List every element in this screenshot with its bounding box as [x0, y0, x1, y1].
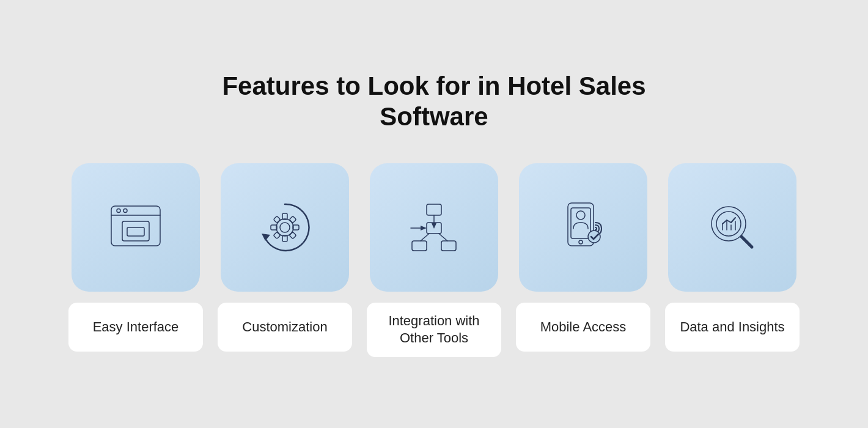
easy-interface-label-box: Easy Interface: [68, 303, 203, 352]
easy-interface-icon-box: [72, 163, 200, 292]
svg-line-21: [421, 234, 429, 241]
svg-line-38: [741, 237, 752, 247]
customization-icon-box: [221, 163, 349, 292]
mobile-access-label-box: Mobile Access: [516, 303, 650, 352]
browser-icon: [105, 197, 166, 258]
network-icon: [403, 197, 465, 258]
page-title: Features to Look for in Hotel Sales Soft…: [220, 71, 648, 133]
mobile-icon: [553, 197, 614, 258]
feature-card-integration: Integration with Other Tools: [367, 163, 501, 357]
svg-rect-13: [273, 216, 280, 223]
feature-card-easy-interface: Easy Interface: [68, 163, 203, 352]
mobile-access-icon-box: [519, 163, 647, 292]
data-insights-label-box: Data and Insights: [665, 303, 800, 352]
mobile-access-label: Mobile Access: [540, 319, 627, 336]
svg-point-2: [117, 208, 120, 212]
svg-rect-5: [127, 227, 144, 236]
svg-marker-26: [421, 226, 427, 231]
svg-rect-16: [289, 232, 296, 238]
svg-point-31: [588, 231, 600, 243]
integration-label: Integration with Other Tools: [379, 312, 489, 347]
feature-card-mobile-access: Mobile Access: [516, 163, 650, 352]
feature-card-data-insights: Data and Insights: [665, 163, 800, 352]
svg-rect-4: [122, 221, 149, 241]
svg-point-8: [280, 223, 290, 232]
svg-rect-23: [412, 241, 427, 251]
svg-line-22: [439, 234, 447, 241]
analytics-icon: [702, 197, 763, 258]
integration-label-box: Integration with Other Tools: [367, 303, 501, 357]
customization-label-box: Customization: [218, 303, 352, 352]
easy-interface-label: Easy Interface: [93, 319, 179, 336]
svg-rect-15: [273, 232, 280, 238]
svg-point-30: [576, 211, 585, 220]
gear-cycle-icon: [254, 197, 315, 258]
data-insights-icon-box: [668, 163, 796, 292]
data-insights-label: Data and Insights: [680, 319, 784, 336]
features-row: Easy Interface: [68, 163, 800, 357]
feature-card-customization: Customization: [218, 163, 352, 352]
svg-rect-14: [289, 216, 296, 223]
svg-point-33: [716, 212, 741, 236]
svg-rect-24: [441, 241, 456, 251]
customization-label: Customization: [242, 319, 327, 336]
svg-marker-6: [262, 234, 270, 241]
integration-icon-box: [370, 163, 498, 292]
svg-rect-28: [571, 208, 590, 238]
svg-point-29: [579, 240, 583, 244]
svg-rect-17: [427, 204, 441, 215]
svg-point-3: [123, 208, 127, 212]
svg-marker-19: [432, 223, 436, 229]
